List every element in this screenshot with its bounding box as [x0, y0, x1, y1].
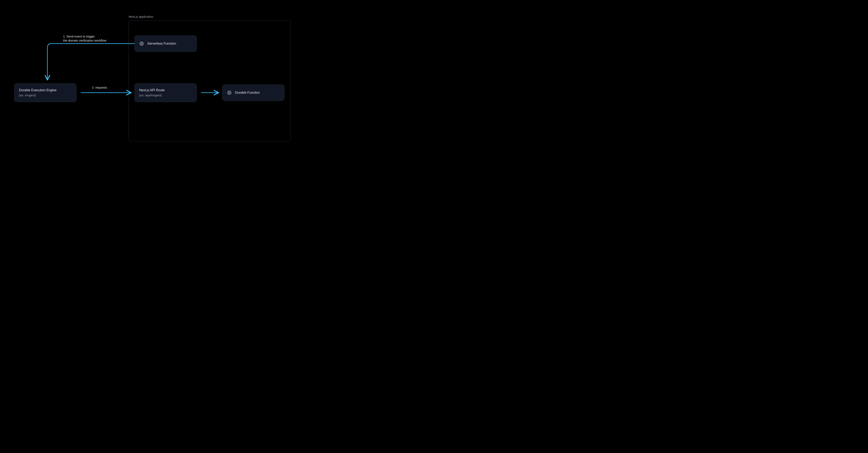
- edge-label-requests: 2. requests: [92, 86, 107, 90]
- group-label-nextjs-app: Next.js application: [129, 15, 153, 18]
- svg-rect-0: [140, 42, 143, 45]
- node-durable-execution-engine-title: Durable Execution Engine: [19, 88, 57, 92]
- node-nextjs-api-route-title: Next.js API Route: [139, 88, 165, 92]
- edge-label-send-event-line2: the domain verification workflow: [63, 38, 126, 43]
- node-durable-execution-engine: Durable Execution Engine (ex: Inngest): [14, 83, 76, 102]
- node-serverless-function-title: Serverless Function: [147, 41, 176, 46]
- cpu-icon: [227, 90, 232, 95]
- diagram-canvas: Next.js application Serverless Function …: [0, 0, 313, 163]
- svg-rect-3: [229, 92, 230, 93]
- cpu-icon: [139, 41, 144, 46]
- node-nextjs-api-route: Next.js API Route (ex: /api/inngest): [134, 83, 197, 102]
- node-durable-function: Durable Function: [222, 85, 284, 101]
- edge-label-send-event-line1: 1. Send event to trigger: [63, 34, 126, 38]
- edge-label-send-event: 1. Send event to trigger the domain veri…: [63, 34, 126, 43]
- node-durable-function-title: Durable Function: [235, 91, 260, 95]
- node-durable-execution-engine-subtitle: (ex: Inngest): [19, 93, 36, 97]
- node-serverless-function: Serverless Function: [134, 35, 197, 52]
- svg-rect-1: [141, 43, 142, 44]
- edge-arrow-send-event: [48, 44, 134, 79]
- svg-rect-2: [228, 91, 231, 94]
- node-nextjs-api-route-subtitle: (ex: /api/inngest): [139, 93, 162, 97]
